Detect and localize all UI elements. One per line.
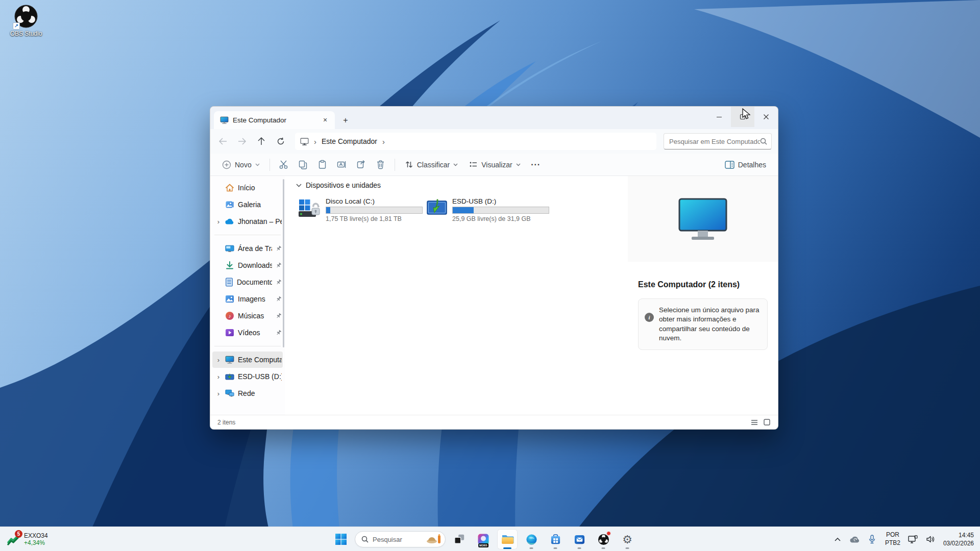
widget-badge: 5 bbox=[15, 530, 22, 538]
sort-button[interactable]: Classificar bbox=[400, 157, 463, 173]
info-icon: i bbox=[645, 313, 654, 322]
sidebar-item-videos[interactable]: Vídeos bbox=[212, 324, 283, 341]
microsoft-store-button[interactable] bbox=[545, 529, 566, 549]
explorer-search-input[interactable] bbox=[669, 138, 760, 145]
sidebar-item-galeria[interactable]: Galeria bbox=[212, 196, 283, 213]
details-pane: Este Computador (2 itens) i Selecione um… bbox=[628, 176, 778, 415]
sort-button-label: Classificar bbox=[417, 161, 450, 169]
details-pane-button[interactable]: Detalhes bbox=[720, 157, 771, 173]
breadcrumb[interactable]: › Este Computador › bbox=[295, 133, 656, 150]
large-icons-view-toggle[interactable] bbox=[761, 417, 773, 428]
sidebar-item-downloads[interactable]: Downloads bbox=[212, 257, 283, 273]
home-icon bbox=[225, 183, 234, 192]
obs-studio-button[interactable] bbox=[593, 529, 614, 549]
microphone-tray-icon[interactable] bbox=[865, 529, 880, 549]
view-button-label: Visualizar bbox=[481, 161, 512, 169]
search-icon bbox=[760, 138, 767, 145]
task-view-icon bbox=[454, 534, 465, 545]
language-indicator[interactable]: POR PTB2 bbox=[882, 531, 903, 547]
clock[interactable]: 14:45 03/02/2026 bbox=[940, 531, 974, 547]
details-pane-title: Este Computador (2 itens) bbox=[628, 262, 778, 289]
outlook-icon bbox=[574, 534, 585, 545]
share-button[interactable] bbox=[353, 157, 370, 173]
sidebar-item-label: Área de Trabalho bbox=[238, 244, 272, 253]
edge-button[interactable] bbox=[521, 529, 542, 549]
rename-button[interactable] bbox=[333, 157, 351, 173]
back-button[interactable] bbox=[213, 133, 232, 150]
tab-este-computador[interactable]: Este Computador × bbox=[214, 111, 335, 129]
pin-icon bbox=[276, 330, 282, 336]
forward-button[interactable] bbox=[233, 133, 251, 150]
more-options-button[interactable]: ··· bbox=[527, 157, 545, 173]
status-bar: 2 itens bbox=[210, 415, 778, 429]
close-button[interactable] bbox=[754, 107, 778, 127]
settings-button[interactable]: ⚙ bbox=[617, 529, 638, 549]
sidebar-item-este-computador[interactable]: › Este Computador bbox=[212, 352, 283, 368]
sidebar-item-label: Este Computador bbox=[238, 356, 282, 364]
copy-button[interactable] bbox=[295, 157, 312, 173]
breadcrumb-root[interactable]: Este Computador bbox=[322, 137, 377, 145]
videos-icon bbox=[225, 329, 234, 337]
details-panel-icon bbox=[725, 161, 734, 169]
tab-close-button[interactable]: × bbox=[320, 115, 331, 126]
pin-icon bbox=[276, 313, 282, 319]
new-tab-button[interactable]: + bbox=[339, 114, 352, 127]
widgets-button[interactable]: 5 EXXO34 +4,34% bbox=[2, 527, 53, 551]
desktop: { "desktop": { "shortcut_label": "OBS St… bbox=[0, 0, 980, 551]
sidebar-item-documentos[interactable]: Documentos bbox=[212, 274, 283, 290]
start-button[interactable] bbox=[331, 529, 351, 549]
new-button[interactable]: Novo bbox=[217, 157, 264, 173]
taskbar-search-input[interactable] bbox=[373, 536, 421, 543]
gear-icon: ⚙ bbox=[622, 533, 632, 546]
cut-button[interactable] bbox=[275, 157, 292, 173]
sidebar-scrollbar[interactable] bbox=[283, 179, 284, 347]
volume-tray-icon[interactable] bbox=[923, 529, 938, 549]
taskbar-search[interactable] bbox=[355, 531, 446, 547]
sidebar-item-musicas[interactable]: ♪ Músicas bbox=[212, 308, 283, 324]
up-button[interactable] bbox=[252, 133, 271, 150]
sidebar-item-rede[interactable]: › Rede bbox=[212, 385, 283, 402]
this-pc-icon bbox=[300, 138, 309, 145]
expand-chevron-icon[interactable]: › bbox=[215, 218, 222, 226]
paste-button[interactable] bbox=[314, 157, 331, 173]
sidebar-item-imagens[interactable]: Imagens bbox=[212, 291, 283, 307]
view-list-icon bbox=[469, 160, 478, 169]
toolbar-divider bbox=[395, 159, 395, 171]
drive-tile-esd-usb-d[interactable]: ESD-USB (D:) 25,9 GB livre(s) de 31,9 GB bbox=[424, 195, 551, 224]
collapse-chevron-icon bbox=[296, 184, 302, 187]
usb-drive-icon bbox=[225, 373, 234, 381]
outlook-button[interactable] bbox=[569, 529, 590, 549]
network-tray-icon[interactable] bbox=[905, 529, 921, 549]
list-view-toggle[interactable] bbox=[748, 417, 761, 428]
expand-chevron-icon[interactable]: › bbox=[215, 390, 222, 397]
file-explorer-button[interactable] bbox=[497, 529, 518, 549]
expand-chevron-icon[interactable]: › bbox=[215, 356, 222, 364]
sidebar-item-onedrive[interactable]: › Jhonatan – Pess bbox=[212, 213, 283, 230]
explorer-search[interactable] bbox=[664, 133, 772, 149]
drive-tile-local-disk-c[interactable]: Disco Local (C:) 1,75 TB livre(s) de 1,8… bbox=[296, 195, 424, 224]
drive-caption: 1,75 TB livre(s) de 1,81 TB bbox=[326, 215, 422, 222]
obs-studio-shortcut[interactable]: ↗ OBS Studio bbox=[4, 4, 48, 37]
delete-button[interactable] bbox=[372, 157, 389, 173]
onedrive-tray-icon[interactable] bbox=[847, 529, 863, 549]
view-button[interactable]: Visualizar bbox=[464, 157, 525, 173]
sidebar-item-label: ESD-USB (D:) bbox=[238, 372, 282, 381]
system-tray: POR PTB2 14:45 03/02/2026 bbox=[830, 527, 980, 551]
sidebar-item-esd-usb[interactable]: › ESD-USB (D:) bbox=[212, 368, 283, 385]
sidebar-item-label: Imagens bbox=[238, 295, 272, 303]
copilot-m365-button[interactable]: M365 bbox=[473, 529, 494, 549]
pin-icon bbox=[276, 296, 282, 302]
expand-chevron-icon[interactable]: › bbox=[215, 373, 222, 381]
sidebar-item-area-de-trabalho[interactable]: Área de Trabalho bbox=[212, 240, 283, 257]
task-view-button[interactable] bbox=[449, 529, 470, 549]
breadcrumb-chevron-icon[interactable]: › bbox=[382, 137, 385, 146]
section-devices-and-drives[interactable]: Dispositivos e unidades bbox=[296, 181, 628, 189]
sort-arrows-icon bbox=[405, 160, 413, 169]
minimize-button[interactable] bbox=[707, 107, 731, 127]
tray-overflow-chevron[interactable] bbox=[830, 529, 845, 549]
refresh-button[interactable] bbox=[272, 133, 290, 150]
documents-icon bbox=[225, 278, 233, 287]
explorer-body: Início Galeria › Jhonatan – Pess Área de… bbox=[210, 176, 778, 415]
pin-icon bbox=[276, 279, 282, 285]
sidebar-item-inicio[interactable]: Início bbox=[212, 180, 283, 196]
